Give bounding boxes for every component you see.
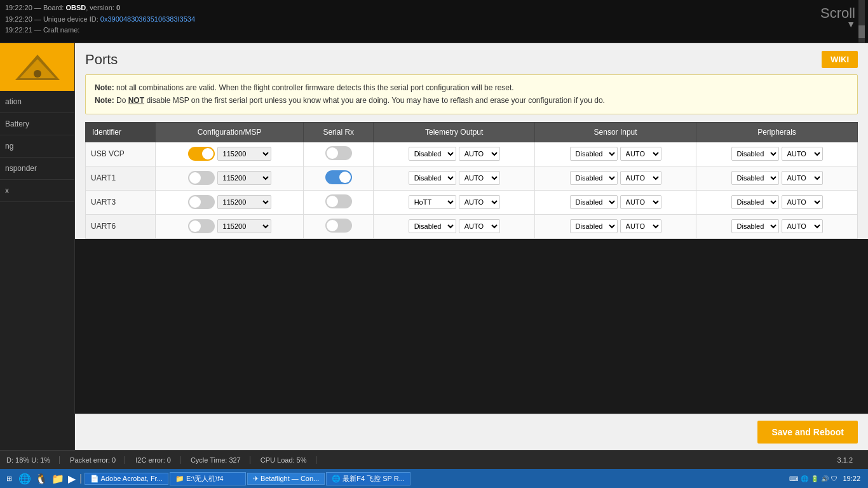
peripheral-select-uart3[interactable]: DisabledESC Sensor [731, 195, 779, 209]
msp-cell: 1152009600192003840057600230400 [155, 142, 303, 166]
peripheral-select-uart6[interactable]: DisabledESC Sensor [731, 219, 779, 233]
msp-baud-uart6[interactable]: 115200960019200 [217, 219, 271, 233]
save-reboot-button[interactable]: Save and Reboot [757, 421, 858, 444]
sidebar-item-configuration[interactable]: ation [0, 91, 74, 113]
taskbar-item-adobe[interactable]: 📄 Adobe Acrobat, Fr... [85, 473, 168, 485]
logo-icon [12, 51, 63, 83]
sidebar-item-ng[interactable]: ng [0, 135, 74, 158]
telemetry-baud-uart3[interactable]: AUTO9600 [459, 195, 500, 209]
telemetry-baud-uart6[interactable]: AUTO9600 [459, 219, 500, 233]
col-configuration: Configuration/MSP [155, 122, 303, 142]
sidebar-item-x[interactable]: x [0, 180, 74, 202]
status-cpu-load: CPU Load: 5% [261, 456, 316, 464]
peripheral-cell: DisabledESC Sensor AUTO9600 [696, 214, 858, 238]
folder-icon: 📁 [175, 475, 186, 482]
taskbar: ⊞ 🌐 🐧 📁 ▶ | 📄 Adobe Acrobat, Fr... 📁 E:\… [0, 469, 868, 488]
wiki-button[interactable]: WIKI [822, 51, 858, 68]
content-scroll: Ports WIKI Note: not all combinations ar… [75, 43, 868, 414]
peripheral-cell: DisabledESC Sensor AUTO960019200 [696, 142, 858, 166]
sensor-baud-uart1[interactable]: AUTO9600 [620, 171, 661, 185]
rx-toggle-uart6[interactable] [325, 219, 352, 233]
telemetry-cell: DisabledFrSky AUTO9600 [374, 214, 535, 238]
sidebar-item-transponder[interactable]: nsponder [0, 158, 74, 180]
msp-baud-uart1[interactable]: 1152009600192003840057600230400 [217, 171, 271, 185]
warning-line2: Note: Do NOT disable MSP on the first se… [95, 94, 848, 107]
sensor-select-uart1[interactable]: DisabledSONAR [570, 171, 618, 185]
rx-cell [304, 142, 374, 166]
top-bar: 19:22:20 — Board: OBSD, version: 0 19:22… [0, 0, 868, 43]
scrollbar[interactable] [858, 0, 865, 43]
taskbar-item-chrome[interactable]: 🌐 最新F4 飞控 SP R... [326, 472, 410, 485]
msp-cell: 115200960019200 [155, 190, 303, 214]
sidebar-item-battery[interactable]: Battery [0, 113, 74, 135]
start-button[interactable]: ⊞ [3, 473, 16, 484]
rx-toggle-uart1[interactable] [325, 170, 352, 184]
ports-table: Identifier Configuration/MSP Serial Rx T… [85, 122, 858, 239]
telemetry-cell: DisabledFrSkyHoTTSmartPort AUTO960019200 [374, 142, 535, 166]
table-row: USB VCP 1152009600192003840057600230400 [86, 142, 858, 166]
peripheral-baud-usbvcp[interactable]: AUTO960019200 [782, 147, 823, 161]
rx-cell [304, 166, 374, 190]
content-wrapper: Ports WIKI Note: not all combinations ar… [75, 43, 868, 450]
msp-toggle-usbvcp[interactable] [188, 147, 215, 161]
scroll-arrow-icon[interactable]: ▼ [846, 19, 855, 29]
taskbar-sys-icons: ⌨ 🌐 🔋 🔊 🛡 [789, 475, 837, 482]
msp-toggle-uart1[interactable] [188, 171, 215, 185]
taskbar-separator: | [78, 473, 83, 484]
volume-icon: 🔊 [821, 475, 829, 482]
msp-toggle-uart6[interactable] [188, 219, 215, 233]
col-identifier: Identifier [86, 122, 156, 142]
peripheral-baud-uart6[interactable]: AUTO9600 [782, 219, 823, 233]
rx-toggle-uart3[interactable] [325, 194, 352, 208]
battery-sys-icon: 🔋 [811, 475, 818, 482]
taskbar-icon-2[interactable]: 🐧 [34, 473, 49, 485]
taskbar-icon-4[interactable]: ▶ [67, 473, 77, 485]
sensor-baud-uart3[interactable]: AUTO9600 [620, 195, 661, 209]
taskbar-icon-1[interactable]: 🌐 [17, 473, 32, 485]
table-row: UART3 115200960019200 [86, 190, 858, 214]
taskbar-item-betaflight[interactable]: ✈ Betaflight — Con... [247, 473, 325, 485]
telemetry-select-usbvcp[interactable]: DisabledFrSkyHoTTSmartPort [409, 147, 456, 161]
telemetry-select-uart6[interactable]: DisabledFrSky [409, 219, 456, 233]
adobe-icon: 📄 [90, 475, 100, 482]
taskbar-item-explorer[interactable]: 📁 E:\无人机\f4 [170, 472, 246, 485]
sensor-select-usbvcp[interactable]: DisabledSONARGPS [570, 147, 618, 161]
telemetry-baud-uart1[interactable]: AUTO9600 [459, 171, 500, 185]
telemetry-select-uart1[interactable]: DisabledFrSkyHoTT [409, 171, 456, 185]
taskbar-icon-3[interactable]: 📁 [50, 473, 65, 485]
peripheral-select-uart1[interactable]: DisabledESC Sensor [731, 171, 779, 185]
msp-cell: 115200960019200 [155, 214, 303, 238]
sensor-baud-uart6[interactable]: AUTO9600 [620, 219, 661, 233]
sensor-baud-usbvcp[interactable]: AUTO960019200 [620, 147, 661, 161]
peripheral-baud-uart1[interactable]: AUTO9600 [782, 171, 823, 185]
page-title: Ports [85, 51, 118, 68]
warning-box: Note: not all combinations are valid. Wh… [85, 74, 858, 114]
sensor-cell: DisabledSONAR AUTO9600 [535, 214, 696, 238]
peripheral-select-usbvcp[interactable]: DisabledESC Sensor [731, 147, 779, 161]
sensor-cell: DisabledSONAR AUTO9600 [535, 166, 696, 190]
craft-name-info: 19:22:21 — Craft name: [5, 25, 863, 36]
msp-baud-uart3[interactable]: 115200960019200 [217, 195, 271, 209]
status-bar: D: 18% U: 1% Packet error: 0 I2C error: … [0, 450, 868, 469]
telemetry-select-uart3[interactable]: DisabledFrSkyHoTT [409, 195, 456, 209]
status-packet-error: Packet error: 0 [70, 456, 125, 464]
sensor-select-uart3[interactable]: DisabledSONAR [570, 195, 618, 209]
status-cycle-time: Cycle Time: 327 [191, 456, 250, 464]
sidebar: ation Battery ng nsponder x [0, 43, 75, 450]
keyboard-icon: ⌨ [789, 475, 798, 482]
network-icon: 🌐 [801, 475, 808, 482]
peripheral-cell: DisabledESC Sensor AUTO9600 [696, 190, 858, 214]
port-id: UART3 [86, 190, 156, 214]
msp-baud-usbvcp[interactable]: 1152009600192003840057600230400 [217, 147, 271, 161]
port-id: UART1 [86, 166, 156, 190]
telemetry-baud-usbvcp[interactable]: AUTO960019200 [459, 147, 500, 161]
sensor-select-uart6[interactable]: DisabledSONAR [570, 219, 618, 233]
device-id-info: 19:22:20 — Unique device ID: 0x390048303… [5, 14, 863, 25]
telemetry-cell: DisabledFrSkyHoTT AUTO9600 [374, 190, 535, 214]
status-d: D: 18% U: 1% [6, 456, 60, 464]
rx-cell [304, 214, 374, 238]
msp-toggle-uart3[interactable] [188, 195, 215, 209]
peripheral-baud-uart3[interactable]: AUTO9600 [782, 195, 823, 209]
col-serial-rx: Serial Rx [304, 122, 374, 142]
rx-toggle-usbvcp[interactable] [325, 146, 352, 160]
